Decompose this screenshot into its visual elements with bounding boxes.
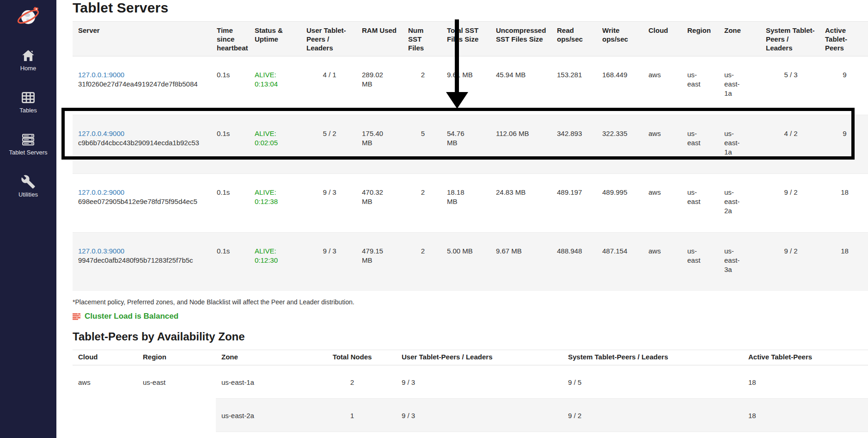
column-header-user-peers: User Tablet-Peers / Leaders: [301, 22, 356, 56]
uncompressed-sst-cell: 45.94 MB: [490, 56, 551, 115]
num-sst-cell: 2: [403, 56, 441, 115]
sidebar: Home Tables Tablet Servers: [0, 0, 56, 438]
system-peers-cell: 9 / 5: [562, 365, 743, 399]
write-ops-cell: 168.449: [597, 56, 643, 115]
region-value: us-east: [687, 70, 704, 89]
user-peers-cell: 9 / 3: [396, 432, 562, 438]
ram-value: 289.02 MB: [362, 70, 388, 89]
region-value: us-east: [687, 188, 704, 206]
heartbeat-cell: 0.1s: [211, 56, 249, 115]
server-uuid: 31f0260e27d74ea4919247de7f8b5084: [78, 80, 198, 88]
region-cell: us-east: [682, 233, 719, 291]
zone-cell: us-east-3a: [719, 233, 760, 291]
system-peers-cell: 9 / 2: [562, 432, 743, 438]
column-header-region: Region: [682, 22, 719, 56]
sidebar-item-utilities[interactable]: Utilities: [18, 174, 38, 198]
user-peers-cell: 9 / 3: [301, 233, 356, 291]
active-peers-cell: 9: [819, 115, 868, 174]
tablet-servers-table: Server Time since heartbeat Status & Upt…: [73, 21, 868, 291]
status-badge: ALIVE:: [255, 247, 297, 256]
write-ops-cell: 487.154: [597, 233, 643, 291]
server-uuid: 698ee072905b412e9e78fd75f95d4ec5: [78, 197, 197, 205]
user-peers-cell: 9 / 3: [396, 399, 562, 432]
sidebar-item-label: Utilities: [18, 191, 38, 198]
zone-value: us-east-1a: [724, 70, 745, 98]
sidebar-item-tables[interactable]: Tables: [19, 90, 37, 114]
status-badge: ALIVE:: [255, 129, 297, 138]
balance-icon: [73, 313, 80, 320]
column-header-system-peers: System Tablet-Peers / Leaders: [562, 350, 743, 365]
column-header-status: Status & Uptime: [249, 22, 301, 56]
system-peers-cell: 4 / 2: [760, 115, 819, 174]
status-badge: ALIVE:: [255, 188, 297, 197]
active-peers-cell: 18: [819, 233, 868, 291]
zone-value: us-east-1a: [724, 129, 745, 157]
table-row: 127.0.0.1:9000 31f0260e27d74ea4919247de7…: [73, 56, 868, 115]
column-header-ram: RAM Used: [356, 22, 403, 56]
zone-cell: us-east-1a: [719, 115, 760, 174]
zones-table: Cloud Region Zone Total Nodes User Table…: [73, 350, 868, 438]
num-sst-cell: 2: [403, 174, 441, 233]
cloud-cell: aws: [643, 56, 682, 115]
server-link[interactable]: 127.0.0.1:9000: [78, 71, 124, 79]
column-header-total-nodes: Total Nodes: [308, 350, 396, 365]
sidebar-item-label: Tables: [19, 107, 37, 114]
cloud-cell: aws: [643, 115, 682, 174]
system-peers-cell: 9 / 2: [760, 233, 819, 291]
uptime-value: 0:02:05: [255, 138, 297, 148]
cloud-cell: aws: [73, 365, 137, 438]
tables-icon: [21, 90, 36, 105]
cloud-cell: aws: [643, 174, 682, 233]
ram-value: 175.40 MB: [362, 129, 388, 148]
table-row: aws us-east us-east-1a 2 9 / 3 9 / 5 18: [73, 365, 868, 399]
total-sst-cell: 9.61 MB: [441, 56, 490, 115]
ram-cell: 479.15 MB: [356, 233, 403, 291]
total-nodes-cell: 2: [308, 365, 396, 399]
app-logo-icon[interactable]: [15, 4, 41, 30]
page-title: Tablet Servers: [73, 0, 868, 21]
status-badge: ALIVE:: [255, 70, 297, 80]
active-peers-cell: 9: [819, 56, 868, 115]
read-ops-cell: 342.893: [551, 115, 597, 174]
uptime-value: 0:12:38: [255, 197, 297, 206]
balance-status-text: Cluster Load is Balanced: [85, 312, 178, 321]
write-ops-cell: 489.995: [597, 174, 643, 233]
region-cell: us-east: [682, 174, 719, 233]
uncompressed-sst-cell: 112.06 MB: [490, 115, 551, 174]
active-peers-cell: 18: [743, 399, 868, 432]
column-header-user-peers: User Tablet-Peers / Leaders: [396, 350, 562, 365]
cluster-balance-status: Cluster Load is Balanced: [73, 312, 868, 321]
server-link[interactable]: 127.0.0.4:9000: [78, 130, 124, 137]
sidebar-item-tablet-servers[interactable]: Tablet Servers: [9, 132, 47, 156]
server-link[interactable]: 127.0.0.3:9000: [78, 247, 124, 255]
column-header-write-ops: Write ops/sec: [597, 22, 643, 56]
ram-cell: 175.40 MB: [356, 115, 403, 174]
tablet-servers-icon: [21, 132, 36, 147]
zone-cell: us-east-1a: [719, 56, 760, 115]
system-peers-cell: 9 / 2: [562, 399, 743, 432]
zones-header-row: Cloud Region Zone Total Nodes User Table…: [73, 350, 868, 365]
user-peers-cell: 4 / 1: [301, 56, 356, 115]
sidebar-item-label: Home: [20, 65, 37, 72]
sidebar-item-home[interactable]: Home: [20, 48, 37, 72]
uptime-value: 0:12:30: [255, 256, 297, 265]
table-row-highlighted: 127.0.0.4:9000 c9b6b7d4cbcc43b290914ecda…: [73, 115, 868, 174]
status-cell: ALIVE: 0:13:04: [249, 56, 301, 115]
server-link[interactable]: 127.0.0.2:9000: [78, 188, 124, 196]
zone-value: us-east-2a: [724, 188, 745, 216]
write-ops-cell: 322.335: [597, 115, 643, 174]
servers-header-row: Server Time since heartbeat Status & Upt…: [73, 22, 868, 56]
total-sst-value: 54.76 MB: [447, 129, 476, 148]
total-sst-value: 9.61 MB: [447, 70, 476, 80]
region-cell: us-east: [682, 115, 719, 174]
zone-cell: us-east-2a: [719, 174, 760, 233]
uncompressed-sst-cell: 9.67 MB: [490, 233, 551, 291]
heartbeat-cell: 0.1s: [211, 115, 249, 174]
read-ops-cell: 153.281: [551, 56, 597, 115]
ram-value: 479.15 MB: [362, 247, 388, 265]
read-ops-cell: 488.948: [551, 233, 597, 291]
column-header-total-sst: Total SST Files Size: [441, 22, 490, 56]
ram-cell: 289.02 MB: [356, 56, 403, 115]
region-cell: us-east: [137, 365, 216, 438]
sidebar-item-label: Tablet Servers: [9, 149, 47, 156]
